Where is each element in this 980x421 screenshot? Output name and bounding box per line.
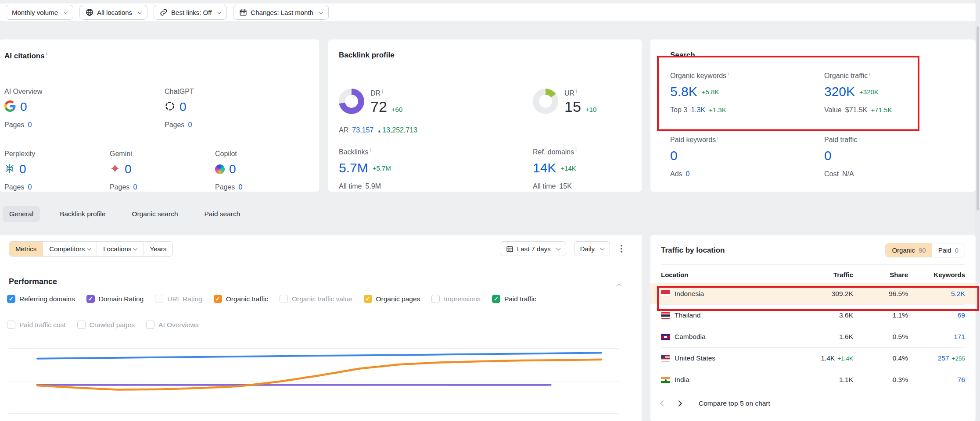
keywords-cell-link[interactable]: 257: [938, 354, 949, 362]
tab-organic-search[interactable]: Organic search: [125, 206, 184, 222]
info-icon[interactable]: [869, 71, 870, 76]
pages-count-link[interactable]: 0: [188, 121, 192, 129]
ref-domains-delta: +14K: [560, 164, 576, 172]
organic-traffic-value-link[interactable]: 320K: [824, 84, 855, 99]
locations-filter[interactable]: All locations: [79, 5, 147, 20]
checkbox-organic-pages[interactable]: Organic pages: [364, 295, 420, 303]
date-range-button[interactable]: Last 7 days: [500, 241, 566, 256]
checkbox-paid-traffic[interactable]: Paid traffic: [492, 295, 536, 303]
pages-count-link[interactable]: 0: [238, 183, 242, 191]
checkbox-url-rating[interactable]: URL Rating: [155, 295, 202, 303]
share-cell: 1.1%: [853, 311, 908, 319]
checkbox-paid-traffic-cost[interactable]: Paid traffic cost: [7, 321, 66, 329]
tab-general[interactable]: General: [3, 206, 40, 222]
next-page-button[interactable]: [676, 400, 682, 407]
location-name: Indonesia: [675, 290, 704, 298]
filter-toolbar: Monthly volume All locations Best links:…: [0, 4, 976, 21]
ar-label: AR: [339, 126, 348, 134]
table-row-thailand[interactable]: Thailand 3.6K 1.1% 69: [661, 304, 965, 326]
flag-thailand-icon: [661, 312, 670, 319]
performance-heading: Performance: [9, 277, 57, 286]
ads-value-link[interactable]: 0: [686, 170, 690, 178]
table-row-cambodia[interactable]: Cambodia 1.6K 0.5% 171: [661, 326, 965, 347]
domain-rating-block: DR 72+60: [339, 89, 402, 115]
changes-filter[interactable]: Changes: Last month: [233, 5, 329, 20]
toggle-organic[interactable]: Organic90: [886, 243, 932, 257]
chatgpt-label: ChatGPT: [165, 88, 194, 96]
perplexity-value[interactable]: 0: [19, 162, 26, 176]
previous-page-button[interactable]: [660, 400, 666, 407]
checkbox-organic-traffic[interactable]: Organic traffic: [214, 295, 268, 303]
ref-domains-value-link[interactable]: 14K: [533, 161, 556, 175]
scrollbar-thumb[interactable]: [976, 26, 979, 210]
checkbox-ai-overviews[interactable]: AI Overviews: [146, 321, 198, 329]
organic-keywords-delta: +5.8K: [702, 88, 719, 96]
info-icon[interactable]: [576, 89, 577, 94]
pages-count-link[interactable]: 0: [133, 183, 137, 191]
segment-locations[interactable]: Locations: [97, 242, 143, 256]
info-icon[interactable]: [46, 51, 47, 56]
traffic-value: $71.5K: [845, 106, 868, 114]
table-row-india[interactable]: India 1.1K 0.3% 76: [661, 369, 965, 390]
ads-label: Ads: [670, 170, 682, 178]
segment-years[interactable]: Years: [143, 242, 172, 256]
compare-top5-link[interactable]: Compare top 5 on chart: [699, 400, 770, 407]
keywords-cell-link[interactable]: 171: [908, 333, 965, 341]
toggle-paid[interactable]: Paid0: [932, 243, 965, 257]
google-icon: [4, 100, 16, 114]
up-triangle-icon: [377, 126, 382, 134]
keywords-cell-link[interactable]: 69: [908, 311, 965, 319]
search-title: Search: [670, 51, 965, 60]
granularity-button[interactable]: Daily: [574, 241, 610, 256]
pages-label: Pages: [110, 183, 129, 191]
top3-value-link[interactable]: 1.3K: [691, 106, 705, 114]
info-icon[interactable]: [728, 71, 729, 76]
info-icon[interactable]: [575, 147, 576, 153]
checkbox-organic-traffic-value[interactable]: Organic traffic value: [280, 295, 352, 303]
organic-count: 90: [919, 246, 926, 254]
gemini-label: Gemini: [110, 150, 137, 158]
paid-keywords-label: Paid keywords: [670, 135, 718, 144]
kebab-menu-icon[interactable]: [621, 248, 622, 250]
keywords-cell-link[interactable]: 76: [908, 376, 965, 384]
gemini-icon: [110, 163, 120, 175]
info-icon[interactable]: [858, 135, 859, 140]
paid-traffic-value-link[interactable]: 0: [824, 148, 832, 163]
traffic-by-location-title: Traffic by location: [661, 246, 725, 255]
scrollbar-track[interactable]: [976, 0, 980, 421]
copilot-value[interactable]: 0: [229, 162, 236, 176]
tab-backlink-profile[interactable]: Backlink profile: [53, 206, 112, 222]
checkbox-icon: [214, 295, 222, 303]
ai-overview-value[interactable]: 0: [20, 100, 27, 114]
ur-donut-chart: [533, 89, 558, 114]
paid-keywords-value-link[interactable]: 0: [670, 148, 678, 163]
monthly-volume-filter[interactable]: Monthly volume: [6, 5, 73, 20]
pages-count-link[interactable]: 0: [28, 121, 32, 129]
segment-competitors[interactable]: Competitors: [43, 242, 97, 256]
best-links-filter[interactable]: Best links: Off: [154, 5, 227, 20]
organic-traffic-stat: Organic traffic 320K+320K Value$71.5K+71…: [824, 71, 892, 114]
info-icon[interactable]: [382, 89, 383, 94]
ai-citations-title: AI citations: [4, 51, 309, 61]
checkbox-impressions[interactable]: Impressions: [431, 295, 481, 303]
ar-value-link[interactable]: 73,157: [352, 126, 373, 134]
organic-traffic-delta: +320K: [859, 88, 879, 96]
organic-traffic-label: Organic traffic: [824, 71, 892, 80]
collapse-section-button[interactable]: [615, 280, 621, 288]
table-row-indonesia[interactable]: Indonesia 309.2K 96.5% 5.2K: [650, 283, 976, 304]
info-icon[interactable]: [717, 135, 718, 140]
perplexity-stat: Perplexity 0 Pages0: [4, 150, 35, 191]
keywords-cell-link[interactable]: 5.2K: [908, 290, 965, 298]
table-row-united-states[interactable]: United States 1.4K+1.4K 0.4% 257+255: [661, 347, 965, 369]
gemini-value[interactable]: 0: [125, 162, 132, 176]
checkbox-domain-rating[interactable]: Domain Rating: [86, 295, 144, 303]
info-icon[interactable]: [370, 147, 371, 153]
checkbox-crawled-pages[interactable]: Crawled pages: [77, 321, 135, 329]
checkbox-referring-domains[interactable]: Referring domains: [7, 295, 75, 303]
organic-keywords-value-link[interactable]: 5.8K: [670, 84, 697, 99]
chatgpt-value[interactable]: 0: [179, 100, 187, 114]
segment-metrics[interactable]: Metrics: [9, 242, 43, 256]
pages-count-link[interactable]: 0: [28, 183, 32, 191]
backlinks-value-link[interactable]: 5.7M: [339, 161, 368, 175]
tab-paid-search[interactable]: Paid search: [198, 206, 247, 222]
